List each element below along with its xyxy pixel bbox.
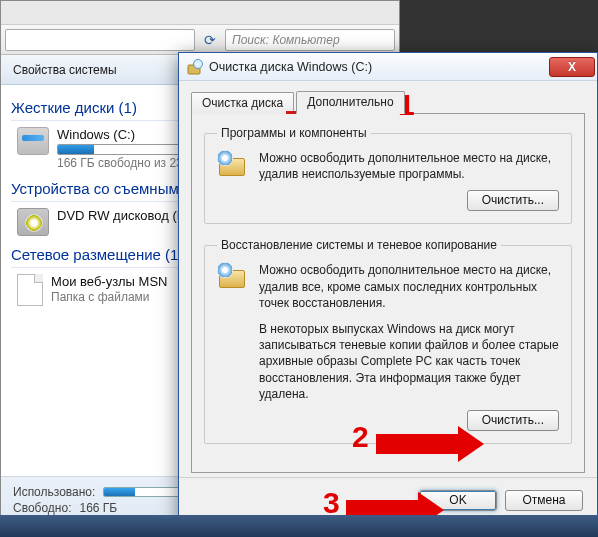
free-value: 166 ГБ bbox=[80, 501, 118, 515]
explorer-navbar: ⟳ Поиск: Компьютер bbox=[1, 25, 399, 55]
programs-description: Можно освободить дополнительное место на… bbox=[259, 150, 559, 182]
disk-cleanup-dialog: Очистка диска Windows (C:) X Очистка дис… bbox=[178, 52, 598, 524]
drive-c-free-text: 166 ГБ свободно из 232 bbox=[57, 156, 189, 170]
ok-button[interactable]: OK bbox=[419, 490, 497, 511]
drive-c-name: Windows (C:) bbox=[57, 127, 189, 142]
installer-icon bbox=[217, 262, 249, 290]
tab-more-options[interactable]: Дополнительно bbox=[296, 91, 404, 114]
cleanup-restore-button[interactable]: Очистить... bbox=[467, 410, 559, 431]
cancel-button[interactable]: Отмена bbox=[505, 490, 583, 511]
tab-disk-cleanup[interactable]: Очистка диска bbox=[191, 92, 294, 114]
restore-description-1: Можно освободить дополнительное место на… bbox=[259, 262, 559, 311]
cleanup-programs-button[interactable]: Очистить... bbox=[467, 190, 559, 211]
msn-sub: Папка с файлами bbox=[51, 290, 167, 304]
system-properties-button[interactable]: Свойства системы bbox=[13, 63, 117, 77]
restore-description-2: В некоторых выпусках Windows на диск мог… bbox=[259, 321, 559, 402]
explorer-menubar bbox=[1, 1, 399, 25]
close-button[interactable]: X bbox=[549, 57, 595, 77]
folder-file-icon bbox=[17, 274, 43, 306]
search-input[interactable]: Поиск: Компьютер bbox=[225, 29, 395, 51]
disk-cleanup-icon bbox=[187, 59, 203, 75]
group-programs-and-components: Программы и компоненты Можно освободить … bbox=[204, 126, 572, 224]
tab-strip: Очистка диска Дополнительно bbox=[191, 91, 585, 114]
installer-icon bbox=[217, 150, 249, 178]
dialog-title: Очистка диска Windows (C:) bbox=[209, 60, 372, 74]
dvd-icon bbox=[17, 208, 49, 236]
dvd-drive-name: DVD RW дисковод (D:) bbox=[57, 208, 194, 223]
dialog-titlebar[interactable]: Очистка диска Windows (C:) X bbox=[179, 53, 597, 81]
used-label: Использовано: bbox=[13, 485, 95, 499]
drive-c-usage-bar bbox=[57, 144, 187, 155]
group-programs-legend: Программы и компоненты bbox=[217, 126, 371, 140]
group-restore-legend: Восстановление системы и теневое копиров… bbox=[217, 238, 501, 252]
free-label: Свободно: bbox=[13, 501, 72, 515]
tab-panel-more-options: Программы и компоненты Можно освободить … bbox=[191, 113, 585, 473]
refresh-icon[interactable]: ⟳ bbox=[199, 29, 221, 51]
svg-point-2 bbox=[197, 62, 199, 64]
msn-name: Мои веб-узлы MSN bbox=[51, 274, 167, 289]
taskbar-fragment bbox=[0, 515, 598, 537]
hdd-icon bbox=[17, 127, 49, 155]
group-system-restore: Восстановление системы и теневое копиров… bbox=[204, 238, 572, 444]
address-bar[interactable] bbox=[5, 29, 195, 51]
